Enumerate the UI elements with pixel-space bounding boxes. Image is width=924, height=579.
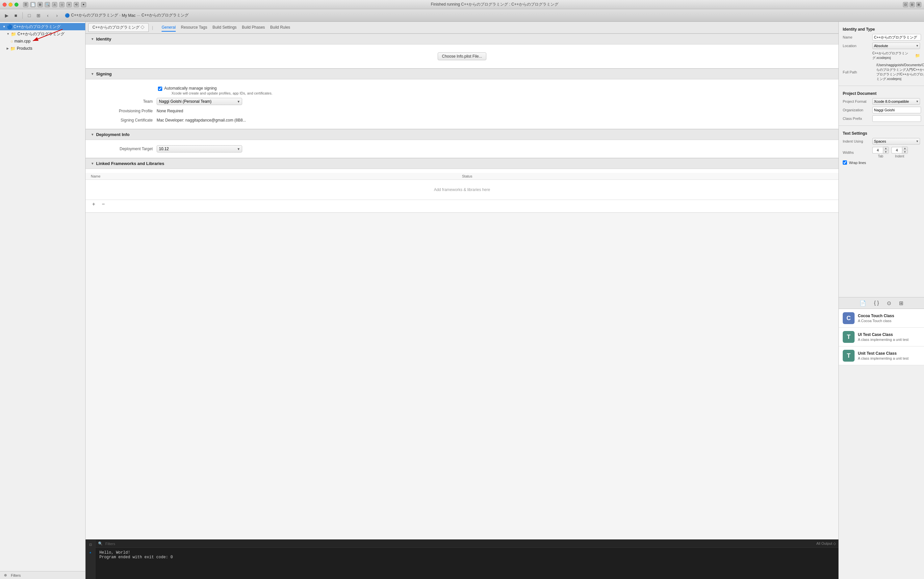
template-cocoa-name: Cocoa Touch Class — [858, 314, 920, 318]
right-name-input[interactable] — [872, 34, 921, 41]
right-fullpath-wrapper: /Users/naggigoishi/Documents/C++からのプログラミ… — [872, 62, 924, 82]
section-signing-content: Automatically manage signing Xcode will … — [86, 79, 838, 129]
deployment-target-select[interactable]: 10.12 — [156, 145, 242, 152]
right-proj-format-select-wrapper: Xcode 8.0-compatible ▼ — [872, 98, 920, 105]
indent-stepper-arrows: ▲ ▼ — [902, 147, 908, 154]
run-btn[interactable]: ▶ — [3, 11, 11, 20]
frameworks-footer: + − — [86, 200, 838, 208]
editor-area: ▼ Identity Choose Info.plist File... ▼ S… — [86, 34, 838, 540]
rpt-grid-icon[interactable]: ⊞ — [898, 299, 904, 307]
products-arrow-icon: ▶ — [7, 47, 9, 50]
maximize-button[interactable] — [15, 3, 18, 7]
search-btn[interactable]: 🔍 — [45, 2, 50, 7]
layout-btn2[interactable]: ⊟ — [909, 2, 915, 7]
output-toggle-btn[interactable]: ⊡ — [87, 541, 94, 548]
section-frameworks-header[interactable]: ▼ Linked Frameworks and Libraries — [86, 158, 838, 169]
output-bookmark-btn[interactable]: ● — [87, 549, 94, 556]
rpt-file-icon[interactable]: 📄 — [858, 299, 867, 307]
bookmark-btn[interactable]: ◇ — [59, 2, 65, 7]
indent-stepper: ▲ ▼ — [891, 147, 908, 154]
filter-btn[interactable]: ⊕ — [3, 572, 8, 578]
scheme-btn[interactable]: □ — [25, 11, 33, 20]
section-identity-content: Choose Info.plist File... — [86, 44, 838, 69]
breadcrumb-sep2: — — [137, 13, 140, 17]
template-unittest-icon: T — [843, 350, 855, 361]
section-signing-header[interactable]: ▼ Signing — [86, 69, 838, 79]
add-framework-btn[interactable]: + — [91, 201, 96, 207]
output-all-output: All Output ◇ — [816, 541, 836, 546]
tab-build-phases[interactable]: Build Phases — [242, 24, 265, 32]
template-uitest-desc: A class implementing a unit test — [858, 338, 920, 342]
close-button[interactable] — [3, 3, 7, 7]
team-select[interactable]: Naggi Goishi (Personal Team) — [156, 98, 242, 105]
section-identity-header[interactable]: ▼ Identity — [86, 34, 838, 44]
auto-signing-checkbox[interactable] — [158, 87, 162, 91]
breadcrumb-device: My Mac — [122, 13, 135, 18]
tab-stepper-arrows: ▲ ▼ — [883, 147, 889, 154]
right-name-label: Name — [843, 35, 872, 39]
layout-btn3[interactable]: ⊞ — [916, 2, 921, 7]
layout-btn1[interactable]: ⊡ — [903, 2, 908, 7]
breadcrumb: 🔵 C++からのプログラミング › My Mac — C++からのプログラミング — [65, 13, 189, 18]
section-deployment-header[interactable]: ▼ Deployment Info — [86, 129, 838, 140]
right-org-row: Organization — [839, 106, 924, 114]
team-row: Team Naggi Goishi (Personal Team) ▼ — [86, 96, 838, 106]
minimize-button[interactable] — [8, 3, 13, 7]
template-item-unittest[interactable]: T Unit Test Case Class A class implement… — [839, 347, 924, 365]
indent-width-up-btn[interactable]: ▲ — [902, 147, 908, 150]
tab-width-input[interactable] — [872, 147, 883, 154]
tab-separator: | — [152, 25, 153, 30]
back-nav-btn[interactable]: ‹ — [44, 11, 52, 20]
rpt-history-icon[interactable]: ⊙ — [885, 299, 892, 307]
right-location-label: Location — [843, 44, 872, 48]
toggle-btn[interactable]: ⊞ — [37, 2, 43, 7]
template-unittest-name: Unit Test Case Class — [858, 351, 920, 356]
grid-btn[interactable]: ⊞ — [34, 11, 42, 20]
right-file-browse-icon[interactable]: 📁 — [915, 53, 920, 58]
right-class-prefix-input[interactable] — [872, 115, 921, 122]
indent-width-down-btn[interactable]: ▼ — [902, 150, 908, 154]
toolbar-icon-btn[interactable]: ☰ — [23, 2, 28, 7]
right-class-prefix-label: Class Prefix — [843, 116, 872, 121]
indent-width-input[interactable] — [891, 147, 902, 154]
rpt-code-icon[interactable]: { } — [873, 299, 880, 307]
right-widths-wrapper: ▲ ▼ Tab ▲ ▼ — [872, 147, 908, 158]
tab-resource-tags[interactable]: Resource Tags — [181, 24, 207, 32]
plist-area: Choose Info.plist File... — [86, 48, 838, 64]
tab-width-up-btn[interactable]: ▲ — [883, 147, 888, 150]
tab-build-settings[interactable]: Build Settings — [213, 24, 236, 32]
deployment-target-select-wrapper: 10.12 ▼ — [156, 145, 242, 152]
sidebar-item-maincpp[interactable]: ○ main.cpp — [0, 38, 85, 45]
new-file-btn[interactable]: 📄 — [30, 2, 36, 7]
list-btn[interactable]: ≡ — [67, 2, 72, 7]
tab-width-down-btn[interactable]: ▼ — [883, 150, 888, 154]
warn-btn[interactable]: ⚠ — [52, 2, 57, 7]
right-panel-templates: C Cocoa Touch Class A Cocoa Touch class … — [839, 309, 924, 579]
right-indent-select[interactable]: Spaces — [872, 138, 920, 145]
team-label: Team — [91, 99, 156, 104]
right-org-input[interactable] — [872, 107, 921, 113]
right-filename-wrapper: C++からのプログラミング.xcodeproj 📁 — [872, 51, 920, 60]
wrap-lines-checkbox[interactable] — [843, 160, 847, 165]
choose-plist-btn[interactable]: Choose Info.plist File... — [438, 52, 486, 60]
breadcrumb-icon: 🔵 — [65, 13, 70, 18]
filter-label: Filters — [105, 542, 115, 546]
comment-btn[interactable]: ✦ — [81, 2, 86, 7]
fwd-nav-btn[interactable]: › — [53, 11, 61, 20]
right-indent-select-wrapper: Spaces ▼ — [872, 138, 920, 145]
traffic-lights — [3, 3, 18, 7]
breadcrumb-sep1: › — [119, 13, 121, 17]
right-location-select[interactable]: Absolute — [872, 43, 920, 49]
template-item-cocoa[interactable]: C Cocoa Touch Class A Cocoa Touch class — [839, 309, 924, 328]
tab-general[interactable]: General — [161, 24, 176, 32]
tab-build-rules[interactable]: Build Rules — [270, 24, 290, 32]
right-proj-format-select[interactable]: Xcode 8.0-compatible — [872, 98, 920, 105]
tab-file[interactable]: C++からのプログラミング ◇ — [88, 23, 149, 32]
stop-btn[interactable]: ■ — [12, 11, 20, 20]
nav-btn[interactable]: ⟲ — [74, 2, 79, 7]
identity-arrow-icon: ▼ — [91, 37, 94, 41]
frameworks-table: Name Status Add frameworks & libraries h… — [86, 173, 838, 208]
remove-framework-btn[interactable]: − — [100, 201, 106, 207]
template-item-uitest[interactable]: T UI Test Case Class A class implementin… — [839, 328, 924, 347]
right-tab-stepper: ▲ ▼ Tab — [872, 147, 889, 158]
